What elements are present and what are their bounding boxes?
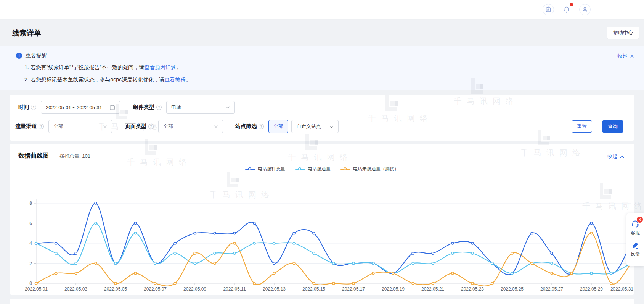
data-point[interactable] [273, 262, 275, 265]
data-point[interactable] [471, 282, 474, 285]
traffic-channel-help-icon[interactable]: ? [39, 124, 44, 129]
data-point[interactable] [412, 282, 414, 285]
data-point[interactable] [610, 282, 612, 285]
view-tutorial-link[interactable]: 查看教程 [164, 76, 186, 82]
data-point[interactable] [214, 262, 216, 265]
data-point[interactable] [253, 222, 255, 225]
data-point[interactable] [511, 272, 513, 275]
data-point[interactable] [75, 272, 77, 275]
query-button[interactable]: 查询 [602, 120, 623, 133]
data-point[interactable] [95, 262, 97, 265]
data-point[interactable] [412, 252, 414, 254]
data-point[interactable] [432, 262, 434, 265]
notice-collapse-button[interactable]: 收起 [617, 53, 634, 60]
data-point[interactable] [372, 272, 374, 275]
component-type-select[interactable]: 电话 [166, 101, 235, 114]
data-point[interactable] [570, 272, 573, 275]
data-point[interactable] [313, 252, 315, 254]
help-center-button[interactable]: 帮助中心 [607, 27, 639, 39]
data-point[interactable] [590, 222, 593, 225]
data-point[interactable] [511, 252, 513, 254]
data-point[interactable] [313, 232, 315, 234]
data-point[interactable] [471, 242, 474, 244]
data-point[interactable] [233, 242, 236, 244]
data-point[interactable] [590, 232, 593, 234]
data-point[interactable] [194, 232, 196, 234]
data-point[interactable] [233, 232, 236, 234]
data-point[interactable] [451, 272, 454, 275]
data-point[interactable] [253, 282, 255, 285]
data-point[interactable] [491, 282, 493, 285]
data-point[interactable] [214, 232, 216, 234]
data-point[interactable] [451, 252, 454, 254]
data-point[interactable] [194, 252, 196, 254]
view-reason-link[interactable]: 查看原因详述 [144, 64, 176, 70]
data-point[interactable] [174, 242, 176, 244]
traffic-channel-select[interactable]: 全部 [48, 120, 112, 133]
data-point[interactable] [332, 262, 335, 265]
user-profile-icon[interactable] [579, 4, 591, 15]
component-type-help-icon[interactable]: ? [156, 105, 162, 110]
data-point[interactable] [95, 222, 97, 225]
data-point[interactable] [471, 252, 474, 254]
date-range-input[interactable]: 2022-05-01 ~ 2022-05-31 [41, 101, 120, 114]
data-point[interactable] [293, 232, 295, 234]
data-point[interactable] [134, 222, 137, 225]
data-point[interactable] [432, 252, 434, 254]
data-point[interactable] [531, 262, 533, 265]
data-point[interactable] [114, 282, 117, 285]
data-point[interactable] [214, 252, 216, 254]
data-point[interactable] [233, 252, 236, 254]
data-point[interactable] [55, 252, 57, 254]
data-point[interactable] [35, 282, 37, 285]
data-point[interactable] [75, 262, 77, 265]
page-type-help-icon[interactable]: ? [148, 124, 154, 129]
site-filter-all-button[interactable]: 全部 [268, 120, 288, 133]
data-point[interactable] [491, 262, 493, 265]
data-point[interactable] [352, 282, 355, 285]
data-point[interactable] [253, 242, 255, 244]
data-point[interactable] [293, 262, 295, 265]
data-point[interactable] [313, 282, 315, 285]
time-help-icon[interactable]: ? [31, 105, 36, 110]
data-point[interactable] [551, 252, 553, 254]
customer-service-button[interactable]: 3 客服 [626, 217, 644, 239]
line-chart[interactable]: 024682022.05.012022.05.032022.05.052022.… [10, 144, 634, 295]
data-point[interactable] [273, 242, 275, 244]
data-point[interactable] [134, 272, 137, 275]
data-point[interactable] [451, 242, 454, 244]
reset-button[interactable]: 重置 [572, 120, 592, 133]
data-point[interactable] [75, 252, 77, 254]
notifications-bell-icon[interactable] [561, 4, 572, 15]
data-point[interactable] [332, 282, 335, 285]
data-point[interactable] [293, 242, 295, 244]
clipboard-icon[interactable] [543, 4, 554, 15]
site-filter-help-icon[interactable]: ? [259, 124, 264, 129]
data-point[interactable] [174, 282, 176, 285]
data-point[interactable] [551, 262, 553, 265]
data-point[interactable] [154, 282, 156, 285]
data-point[interactable] [412, 262, 414, 265]
data-point[interactable] [174, 252, 176, 254]
data-point[interactable] [432, 282, 434, 285]
data-point[interactable] [154, 262, 156, 265]
data-point[interactable] [590, 272, 593, 275]
data-point[interactable] [55, 242, 57, 244]
data-point[interactable] [55, 272, 57, 275]
page-title: 线索详单 [12, 28, 41, 38]
data-point[interactable] [35, 242, 37, 244]
custom-site-select[interactable]: 自定义站点 [291, 120, 339, 133]
data-point[interactable] [95, 202, 97, 204]
data-point[interactable] [610, 272, 612, 275]
feedback-button[interactable]: 反馈 [626, 239, 644, 260]
data-point[interactable] [551, 272, 553, 275]
data-point[interactable] [273, 272, 275, 275]
data-point[interactable] [392, 272, 394, 275]
data-point[interactable] [194, 262, 196, 265]
data-point[interactable] [372, 262, 374, 265]
data-point[interactable] [352, 262, 355, 265]
page-type-select[interactable]: 全部 [158, 120, 223, 133]
data-point[interactable] [134, 232, 137, 234]
data-point[interactable] [114, 262, 117, 265]
data-point[interactable] [531, 232, 533, 234]
